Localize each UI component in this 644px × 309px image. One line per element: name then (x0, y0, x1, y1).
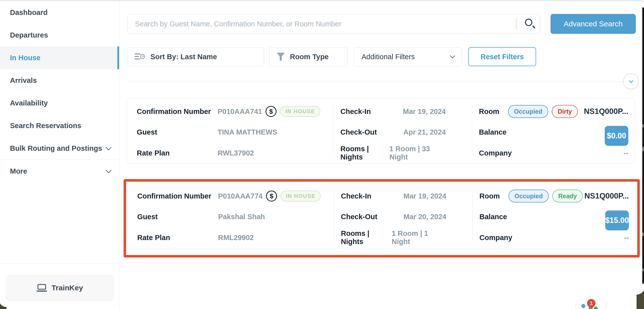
rate-plan-label: Rate Plan (137, 149, 170, 157)
app-window: Dashboard Departures In House Arrivals A… (0, 0, 644, 309)
room-type-filter[interactable]: Room Type (269, 47, 348, 66)
sort-icon (134, 53, 145, 61)
room-status-occupied-pill: Occupied (508, 190, 549, 202)
check-out-date: Apr 21, 2024 (403, 128, 446, 136)
chevron-down-icon (106, 167, 112, 173)
sidebar-item-more[interactable]: More (0, 160, 119, 183)
trainkey-label: TrainKey (52, 284, 83, 292)
check-in-label: Check-In (340, 108, 371, 116)
chevron-down-icon (450, 53, 455, 59)
company-label: Company (480, 234, 512, 242)
check-in-label: Check-In (341, 192, 371, 200)
sidebar-item-arrivals[interactable]: Arrivals (0, 69, 119, 92)
sidebar-item-label: Availability (10, 99, 48, 107)
sidebar-item-availability[interactable]: Availability (0, 92, 119, 114)
sidebar-item-label: Search Reservations (10, 122, 81, 130)
laptop-icon (36, 284, 47, 291)
guest-name: TINA MATTHEWS (218, 128, 277, 136)
sidebar-item-label: Arrivals (10, 76, 37, 85)
sidebar-bottom-divider (0, 263, 119, 263)
sidebar-item-label: In House (10, 54, 40, 62)
company-value: -- (624, 234, 629, 242)
card-guest-column: Confirmation Number P010AAA741 $ IN HOUS… (127, 98, 333, 163)
card-dates-column: Check-In Mar 19, 2024 Check-Out Apr 21, … (333, 98, 472, 163)
balance-button[interactable]: $15.00 (605, 210, 629, 230)
rooms-nights-label: Rooms | Nights (340, 145, 390, 161)
room-label: Room (479, 108, 508, 116)
trainkey-button[interactable]: TrainKey (6, 275, 114, 301)
room-number: NS1Q000P... (584, 192, 629, 200)
balance-button[interactable]: $0.00 (605, 126, 628, 146)
chevron-down-icon (106, 144, 112, 150)
sidebar-item-search-reservations[interactable]: Search Reservations (0, 114, 119, 137)
section-divider (127, 81, 623, 82)
in-house-badge: IN HOUSE (280, 191, 321, 201)
company-label: Company (479, 149, 512, 157)
rate-plan-value: RWL37902 (218, 149, 254, 157)
balance-label: Balance (480, 213, 507, 221)
room-number: NS1Q000P... (584, 107, 628, 116)
additional-filters-dropdown[interactable]: Additional Filters (354, 47, 462, 66)
desktop-corner (636, 286, 644, 309)
sidebar-item-label: Bulk Routing and Postings (10, 144, 102, 153)
rooms-nights-value: 1 Room | 1 Night (392, 229, 446, 246)
sidebar-item-label: Dashboard (10, 9, 48, 17)
balance-label: Balance (479, 128, 506, 136)
reset-filters-button[interactable]: Reset Filters (468, 47, 536, 66)
sidebar-item-dashboard[interactable]: Dashboard (0, 1, 119, 24)
rate-plan-value: RML29902 (218, 234, 254, 242)
confirmation-label: Confirmation Number (137, 108, 211, 116)
card-dates-column: Check-In Mar 19, 2024 Check-Out Mar 20, … (334, 183, 472, 248)
advanced-search-button[interactable]: Advanced Search (550, 14, 636, 34)
sort-by-label: Sort By: Last Name (150, 53, 217, 61)
sidebar-item-departures[interactable]: Departures (0, 24, 119, 47)
sidebar-item-in-house[interactable]: In House (0, 47, 119, 69)
notification-badge[interactable]: 1 (587, 299, 596, 307)
card-guest-column: Confirmation Number P010AAA774 $ IN HOUS… (128, 183, 334, 248)
check-out-date: Mar 20, 2024 (403, 213, 446, 221)
search-input[interactable] (128, 14, 540, 34)
card-room-column: Room Occupied Ready NS1Q000P... Balance … (472, 183, 635, 248)
reservation-card-selected[interactable]: Confirmation Number P010AAA774 $ IN HOUS… (127, 182, 635, 248)
guest-label: Guest (137, 128, 157, 136)
desktop-corner (0, 299, 6, 309)
sidebar-item-label: More (10, 167, 27, 175)
room-status-dirty-pill: Dirty (552, 105, 578, 118)
check-out-label: Check-Out (341, 213, 378, 221)
check-in-date: Mar 19, 2024 (403, 192, 446, 200)
filter-funnel-icon (276, 52, 285, 61)
room-status-ready-pill: Ready (552, 190, 583, 202)
rate-plan-label: Rate Plan (137, 234, 170, 242)
collapse-toggle-button[interactable] (623, 73, 639, 89)
sidebar: Dashboard Departures In House Arrivals A… (0, 1, 119, 309)
search-divider (516, 19, 516, 29)
check-in-date: Mar 19, 2024 (403, 108, 446, 116)
confirmation-label: Confirmation Number (137, 192, 211, 200)
room-label: Room (480, 192, 508, 200)
sidebar-item-bulk-routing[interactable]: Bulk Routing and Postings (0, 137, 119, 160)
payment-dollar-icon[interactable]: $ (266, 191, 277, 201)
in-house-badge: IN HOUSE (280, 106, 320, 117)
sidebar-item-label: Departures (10, 31, 48, 39)
screen-right-edge (642, 8, 644, 284)
rooms-nights-value: 1 Room | 33 Night (390, 145, 446, 161)
guest-name: Pakshal Shah (218, 213, 265, 221)
confirmation-number: P010AAA741 (218, 108, 262, 116)
guest-label: Guest (137, 213, 158, 221)
rooms-nights-label: Rooms | Nights (341, 229, 392, 246)
check-out-label: Check-Out (340, 128, 377, 136)
additional-filters-label: Additional Filters (362, 53, 415, 61)
company-value: -- (624, 149, 628, 157)
reservation-card[interactable]: Confirmation Number P010AAA741 $ IN HOUS… (127, 98, 635, 164)
chevron-down-icon (629, 78, 633, 83)
payment-dollar-icon[interactable]: $ (266, 106, 276, 117)
room-type-label: Room Type (290, 53, 329, 61)
search-icon[interactable] (524, 18, 536, 30)
search-box (127, 14, 540, 34)
card-room-column: Room Occupied Dirty NS1Q000P... Balance … (472, 98, 634, 163)
room-status-occupied-pill: Occupied (508, 105, 548, 118)
confirmation-number: P010AAA774 (218, 192, 262, 200)
sort-by-dropdown[interactable]: Sort By: Last Name (127, 47, 264, 66)
